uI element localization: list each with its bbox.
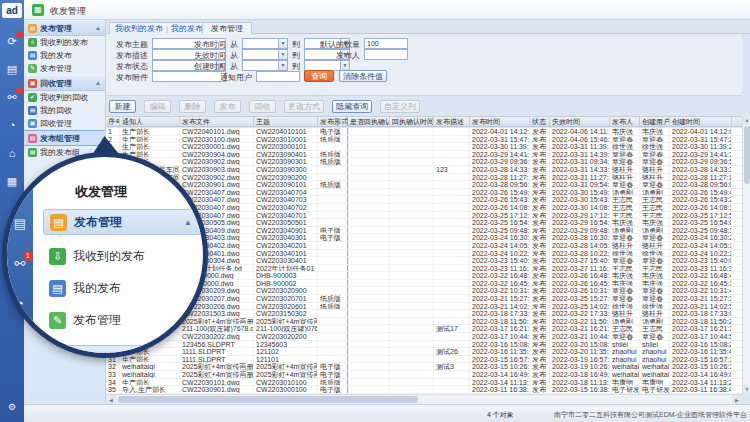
column-header[interactable]: 发布形式 bbox=[318, 117, 348, 126]
cell: 2022-03-16 15:08:25 bbox=[670, 341, 732, 348]
cell: 发布 bbox=[530, 242, 550, 249]
cell: 王志民 bbox=[610, 325, 640, 332]
collapse-arrow-icon[interactable]: ▲ bbox=[95, 25, 101, 31]
cell bbox=[348, 158, 390, 165]
cell bbox=[390, 189, 434, 196]
cell: 覃迎春 bbox=[640, 234, 670, 241]
magnified-menu-item[interactable]: ✎发布管理 bbox=[43, 307, 201, 333]
sidebar-item[interactable]: ▣回收管理▲ bbox=[24, 75, 105, 91]
toolbar-button-enabled[interactable]: 新建 bbox=[109, 100, 136, 113]
scroll-down-icon[interactable]: ▼ bbox=[743, 385, 750, 394]
default-count-input[interactable] bbox=[364, 38, 408, 49]
chevron-down-icon[interactable]: ▼ bbox=[278, 50, 287, 59]
sidebar-item[interactable]: ▤我的发布 bbox=[24, 49, 105, 62]
clear-conditions-button[interactable]: 清除条件值 bbox=[339, 70, 387, 82]
cell: 2022-03-14 11:13:26 bbox=[470, 379, 530, 386]
column-header[interactable]: 状态 bbox=[530, 117, 550, 126]
toolbar-button-enabled[interactable]: 隐藏查询 bbox=[332, 100, 372, 113]
cell: 2022-03-26 14:08:10 bbox=[670, 204, 732, 211]
cell: 覃迎春 bbox=[610, 234, 640, 241]
column-header[interactable]: 发布文件 bbox=[180, 117, 254, 126]
cell: 2022-03-28 14:05:16 bbox=[550, 242, 610, 249]
table-row[interactable]: 33weihaitaiqi2025彩虹+4m宣传画册2025彩虹+4m宣传画册0… bbox=[106, 371, 742, 379]
column-header[interactable]: 主题 bbox=[254, 117, 318, 126]
chevron-down-icon[interactable]: ▼ bbox=[278, 39, 287, 48]
cell: 王志民 bbox=[610, 212, 640, 219]
cell bbox=[390, 204, 434, 211]
column-header[interactable]: 创建时间 bbox=[670, 117, 732, 126]
magnified-menu-item[interactable]: ▣回收管理▲ bbox=[43, 345, 201, 358]
app-logo[interactable]: ad bbox=[2, 3, 22, 18]
magnified-menu-item[interactable]: ⇩我收到的发布 bbox=[43, 243, 201, 269]
cell: 2022-03-18 17:33:08 bbox=[470, 310, 530, 317]
sidebar-item[interactable]: ⇩我收到的发布 bbox=[24, 36, 105, 49]
chevron-down-icon[interactable]: ▼ bbox=[278, 61, 287, 70]
table-row[interactable]: 34生产部长CW22030101.dwgCW2203010100纸质版2022-… bbox=[106, 379, 742, 387]
column-header[interactable]: 失效时间 bbox=[550, 117, 610, 126]
tab-received-publish[interactable]: 我收到的发布 bbox=[115, 24, 163, 33]
cell: 电子版 bbox=[318, 227, 348, 234]
horizontal-scroll-thumb[interactable] bbox=[118, 396, 418, 403]
sidebar-item[interactable]: ▤发布管理▲ bbox=[24, 20, 105, 36]
cell bbox=[348, 196, 390, 203]
query-button[interactable]: 查询 bbox=[304, 70, 334, 82]
sync-icon[interactable]: ⟳ bbox=[0, 30, 24, 52]
folder-icon[interactable]: ▤ bbox=[0, 58, 24, 80]
cell: 发布 bbox=[530, 333, 550, 340]
cell: 2022-04-06 15:46:22 bbox=[550, 136, 610, 143]
sidebar-item[interactable]: ▤我的回收 bbox=[24, 104, 105, 117]
cell bbox=[390, 348, 434, 355]
cell bbox=[318, 280, 348, 287]
tab-my-publish[interactable]: 我的发布 bbox=[171, 24, 203, 33]
expire-from-select[interactable]: ▼ bbox=[242, 49, 288, 60]
cell: 王志民 bbox=[640, 265, 670, 272]
column-header[interactable]: 是否回执确认 bbox=[348, 117, 390, 126]
pubtime-from-select[interactable]: ▼ bbox=[242, 38, 288, 49]
cell bbox=[434, 234, 470, 241]
horizontal-scrollbar[interactable]: ◀ ▶ bbox=[106, 394, 742, 404]
sidebar-item[interactable]: ✔我收到的回收 bbox=[24, 91, 105, 104]
cell: 2022-03-30 14:08:10 bbox=[550, 204, 610, 211]
sidebar-item[interactable]: ✎发布管理 bbox=[24, 62, 105, 75]
cell: 发布 bbox=[530, 287, 550, 294]
vertical-scroll-thumb[interactable] bbox=[744, 126, 750, 184]
cell: 纸质版 bbox=[318, 379, 348, 386]
magnified-menu-item[interactable]: ▤发布管理▲ bbox=[43, 209, 201, 235]
cell bbox=[390, 310, 434, 317]
collapse-arrow-icon[interactable]: ▲ bbox=[184, 354, 192, 359]
cell: 2022-03-23 15:40:00 bbox=[670, 257, 732, 264]
create-from-select[interactable]: ▼ bbox=[242, 60, 288, 71]
column-header[interactable]: 序号 bbox=[106, 117, 120, 126]
cell: CW2203090401 bbox=[254, 151, 318, 158]
share-icon[interactable]: ⚯ bbox=[0, 86, 24, 108]
column-header[interactable]: 创建用户 bbox=[640, 117, 670, 126]
collapse-arrow-icon[interactable]: ▲ bbox=[184, 218, 192, 227]
sidebar-item-label: 我的回收 bbox=[40, 105, 72, 116]
sidebar-item[interactable]: ▣回收管理 bbox=[24, 117, 105, 130]
cell: weihaitaiqi bbox=[120, 371, 180, 378]
attach-input[interactable] bbox=[152, 71, 226, 82]
cell: CW2203050501 bbox=[254, 219, 318, 226]
settings-icon[interactable]: ⚙ bbox=[0, 396, 24, 418]
chevron-down-icon[interactable]: ▼ bbox=[340, 61, 349, 70]
cell bbox=[434, 310, 470, 317]
column-header[interactable]: 发布描述 bbox=[434, 117, 470, 126]
column-header[interactable]: 通知人 bbox=[120, 117, 180, 126]
notify-input[interactable] bbox=[256, 71, 300, 82]
cell bbox=[390, 318, 434, 325]
publisher-input[interactable] bbox=[364, 49, 408, 60]
column-header[interactable]: 发布人 bbox=[610, 117, 640, 126]
magnified-menu-item[interactable]: ▤我的发布 bbox=[43, 275, 201, 301]
cell: 2022-03-29 14:41:31 bbox=[470, 151, 530, 158]
scroll-up-icon[interactable]: ▲ bbox=[743, 116, 750, 125]
cell: 发布 bbox=[530, 151, 550, 158]
column-header[interactable]: 发布时间 bbox=[470, 117, 530, 126]
cell: 电子版 bbox=[318, 386, 348, 393]
collapse-arrow-icon[interactable]: ▲ bbox=[95, 80, 101, 86]
cell: 35 bbox=[106, 386, 120, 393]
column-header[interactable]: 回执确认时间 bbox=[390, 117, 434, 126]
cell: 2022-03-26 15:43:28 bbox=[470, 196, 530, 203]
vertical-scrollbar[interactable]: ▲ ▼ bbox=[742, 116, 750, 394]
table-row[interactable]: 35导入,生产部长CW22030901.dwgCW2203000100电子版20… bbox=[106, 386, 742, 394]
cell: 发布 bbox=[530, 348, 550, 355]
